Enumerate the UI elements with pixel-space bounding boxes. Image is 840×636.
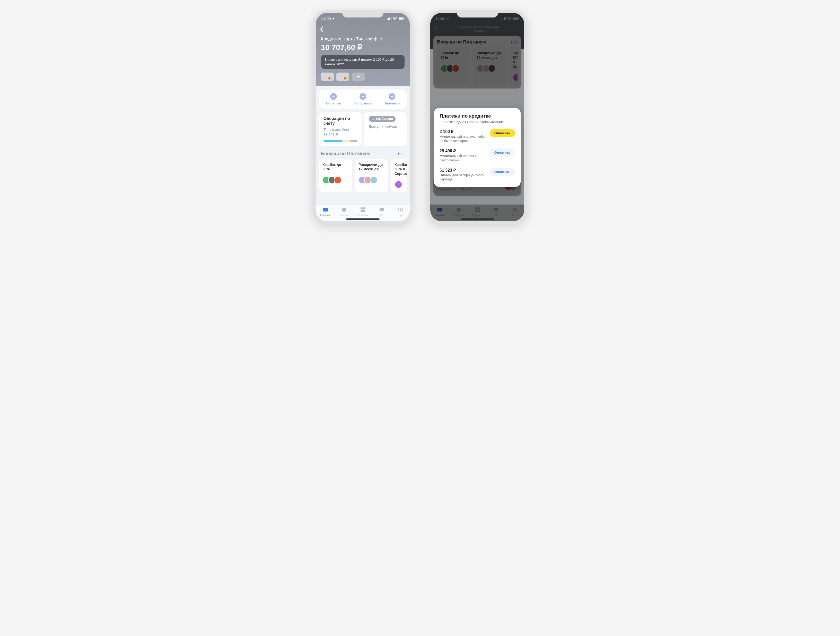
phone-notch [457,10,498,17]
bonus-card[interactable]: Рассрочки до 12 месяцев [355,159,388,192]
transfer-icon [388,93,395,100]
svg-rect-3 [391,17,392,20]
screen-1: 11:00 Кредитная карта Тиньк [316,13,410,221]
back-button[interactable] [320,26,324,33]
tab-more[interactable]: Еще [391,206,410,217]
svg-point-20 [398,210,399,211]
popup-title: Платежи по кредитке [440,113,515,119]
payment-option: 2 100 ₽ Минимальный платеж, чтобы не был… [440,129,515,143]
tab-home[interactable]: Главная [316,206,335,217]
payments-popup: Платежи по кредитке Оплатите до 20 январ… [434,108,521,187]
bonus-card-icons [395,181,405,188]
bonus-section-title: Бонусы по Платинум [321,151,370,156]
cards-row: + [316,69,410,81]
topup-icon [360,93,366,100]
wifi-icon [393,16,397,21]
account-title: Кредитная карта Тинькофф [321,36,377,42]
bonus-section-all-link[interactable]: Все [398,152,404,156]
pay-button[interactable]: Оплатить [490,168,515,176]
svg-point-8 [333,96,334,98]
phone-notch [342,10,384,17]
more-icon [397,206,404,213]
payment-option: 61 323 ₽ Платеж для беспроцентного перио… [440,168,515,182]
bonus-card-text: Кэшбэк до 30% [322,163,349,172]
svg-rect-2 [389,17,390,20]
svg-point-11 [342,208,346,212]
action-topup[interactable]: Пополнить [348,93,377,105]
svg-point-22 [401,210,403,211]
account-header: 11:00 Кредитная карта Тиньк [316,13,410,86]
battery-icon [398,16,404,21]
action-pay[interactable]: Оплатить [319,93,348,105]
pay-button-primary[interactable]: Оплатить [490,129,515,137]
bonus-card[interactable]: Кэшбэк до 30% [319,159,352,192]
svg-point-17 [398,208,399,210]
tab-label: Платежи [339,214,349,217]
payments-icon [341,206,347,213]
svg-rect-13 [363,207,365,210]
svg-point-19 [401,208,403,210]
payment-desc: Платеж для беспроцентного периода [440,173,490,182]
svg-rect-15 [363,210,365,212]
svg-point-9 [373,118,373,119]
spend-progress [324,140,357,142]
gear-icon [371,117,374,120]
action-pay-label: Оплатить [326,101,341,105]
edit-icon[interactable] [379,36,384,42]
phone-mockup-1: 11:00 Кредитная карта Тиньк [313,10,412,224]
linked-card-2[interactable] [336,73,349,81]
services-icon [360,206,366,213]
svg-rect-12 [360,207,363,210]
action-topup-label: Пополнить [354,101,371,105]
svg-point-21 [399,210,401,211]
svg-rect-0 [387,19,388,20]
signal-icon [387,16,392,21]
payment-amount: 61 323 ₽ [440,168,490,173]
tab-payments[interactable]: Платежи [335,206,353,217]
account-balance: 10 707,60 ₽ [321,43,404,52]
bonus-card-text: Рассрочки до 12 месяцев [358,163,385,172]
bonus-card-text: Кэшбэк 50% в Сервисах [395,163,405,176]
operations-title: Операции по счету [324,116,357,126]
home-icon [322,206,328,213]
screen-2: 11:00 Кредитная карта Тинькофф 10 707,60… [430,13,524,221]
tab-label: Чат [379,214,384,217]
phone-mockup-2: 11:00 Кредитная карта Тинькофф 10 707,60… [428,10,527,224]
tab-chat[interactable]: Чат [372,206,391,217]
tab-services[interactable]: Сервисы [353,206,372,217]
pay-button[interactable]: Оплатить [490,148,515,156]
points-card[interactable]: 586 баллов Доступно сейчас [364,112,407,146]
svg-rect-5 [399,17,403,19]
popup-subtitle: Оплатите до 20 января включительно [440,120,515,124]
action-transfer[interactable]: Перевести [377,93,407,105]
bonus-cards-row[interactable]: Кэшбэк до 30% Рассрочки до 12 месяцев Кэ… [319,159,407,192]
action-transfer-label: Перевести [384,101,400,105]
chat-icon [378,206,385,213]
quick-actions: Оплатить Пополнить Перевести [319,90,407,109]
payment-amount: 29 490 ₽ [440,148,490,153]
status-time: 11:00 [321,16,331,21]
operations-sub1: Трат в декабре [324,127,357,132]
svg-point-18 [399,208,401,210]
payment-option: 29 490 ₽ Минимальный платеж с рассрочкам… [440,148,515,163]
operations-card[interactable]: Операции по счету Трат в декабре 33 508 … [319,112,362,146]
points-sub: Доступно сейчас [369,124,402,129]
svg-rect-1 [388,18,389,20]
bonus-card-icons [358,176,385,184]
tab-label: Еще [398,214,403,217]
svg-rect-6 [404,18,404,19]
payment-amount: 2 100 ₽ [440,129,490,134]
linked-card-1[interactable] [321,73,334,81]
payment-desc: Минимальный платеж с рассрочками [440,154,490,163]
points-badge: 586 баллов [369,116,396,122]
bonus-card[interactable]: Кэшбэк 50% в Сервисах [391,159,407,192]
add-card-button[interactable]: + [352,73,365,81]
bonus-card-icons [322,176,349,184]
payment-desc: Минимальный платеж, чтобы не было штрафо… [440,134,490,143]
svg-rect-16 [380,208,384,211]
min-payment-notice[interactable]: Внесите минимальный платеж 2 100 ₽ до 20… [321,55,404,69]
home-indicator [346,218,380,220]
location-icon [332,16,335,21]
tab-label: Сервисы [357,214,368,217]
pay-icon [330,93,337,100]
